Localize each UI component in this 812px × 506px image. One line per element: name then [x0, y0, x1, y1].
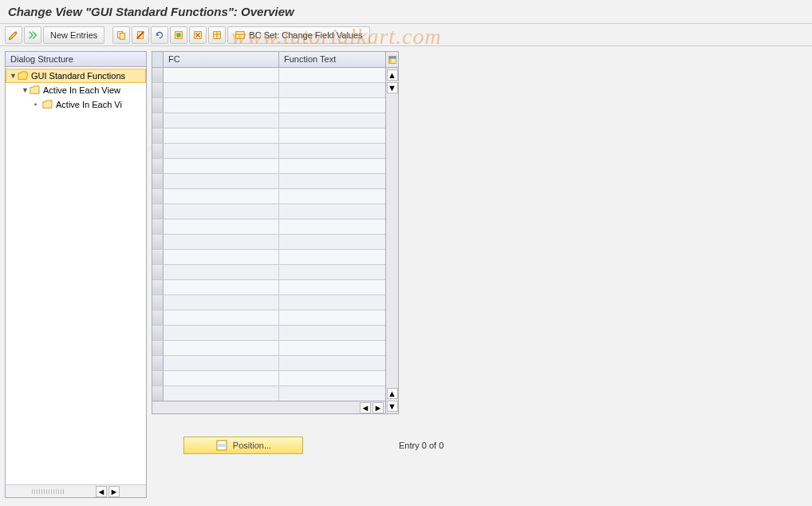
table-row[interactable]: [152, 310, 385, 326]
cell-fc[interactable]: [164, 113, 279, 128]
cell-fc[interactable]: [164, 144, 279, 158]
vscroll-up2-icon[interactable]: ▲: [387, 388, 398, 399]
table-row[interactable]: [152, 326, 385, 341]
bc-set-button[interactable]: BC Set: Change Field Values: [227, 26, 369, 44]
cell-function-text[interactable]: [279, 174, 381, 188]
vscroll-down-icon[interactable]: ▼: [387, 82, 398, 93]
cell-fc[interactable]: [164, 219, 279, 234]
cell-function-text[interactable]: [279, 83, 381, 97]
deselect-all-icon[interactable]: [189, 26, 207, 44]
cell-fc[interactable]: [164, 326, 279, 340]
cell-fc[interactable]: [164, 159, 279, 173]
table-row[interactable]: [152, 83, 385, 98]
row-handle[interactable]: [152, 113, 164, 128]
cell-fc[interactable]: [164, 174, 279, 188]
cell-fc[interactable]: [164, 250, 279, 264]
row-handle[interactable]: [152, 144, 164, 158]
table-row[interactable]: [152, 341, 385, 356]
configure-columns-icon[interactable]: [386, 52, 398, 68]
cell-fc[interactable]: [164, 280, 279, 295]
cell-function-text[interactable]: [279, 280, 381, 295]
hscroll-left-icon[interactable]: ◄: [360, 402, 371, 413]
row-handle[interactable]: [152, 98, 164, 113]
cell-function-text[interactable]: [279, 98, 381, 113]
horizontal-scrollbar[interactable]: ◄ ►: [152, 401, 385, 413]
row-handle[interactable]: [152, 265, 164, 279]
cell-function-text[interactable]: [279, 250, 381, 264]
cell-fc[interactable]: [164, 98, 279, 113]
table-row[interactable]: [152, 159, 385, 174]
cell-fc[interactable]: [164, 310, 279, 325]
tree-item[interactable]: ▼Active In Each View: [6, 83, 146, 97]
cell-fc[interactable]: [164, 235, 279, 249]
table-row[interactable]: [152, 98, 385, 113]
cell-fc[interactable]: [164, 371, 279, 385]
row-handle[interactable]: [152, 219, 164, 234]
row-handle[interactable]: [152, 295, 164, 310]
cell-function-text[interactable]: [279, 235, 381, 249]
column-header-function-text[interactable]: Function Text: [279, 52, 381, 67]
row-handle[interactable]: [152, 83, 164, 97]
table-row[interactable]: [152, 113, 385, 128]
row-handle[interactable]: [152, 68, 164, 82]
sidebar-grip[interactable]: [32, 489, 64, 494]
select-all-icon[interactable]: [170, 26, 187, 44]
table-row[interactable]: [152, 204, 385, 219]
row-handle[interactable]: [152, 159, 164, 173]
table-row[interactable]: [152, 68, 385, 83]
table-row[interactable]: [152, 386, 385, 401]
tree-item[interactable]: •Active In Each Vi: [6, 97, 146, 112]
sidebar-scroll-right-icon[interactable]: ►: [108, 486, 120, 497]
row-handle[interactable]: [152, 371, 164, 385]
cell-fc[interactable]: [164, 265, 279, 279]
table-row[interactable]: [152, 174, 385, 189]
cell-function-text[interactable]: [279, 204, 381, 219]
sidebar-scroll-left-icon[interactable]: ◄: [96, 486, 107, 497]
cell-fc[interactable]: [164, 295, 279, 310]
cell-fc[interactable]: [164, 189, 279, 204]
row-handle[interactable]: [152, 204, 164, 219]
chevron-down-icon[interactable]: ▼: [22, 86, 30, 94]
table-row[interactable]: [152, 128, 385, 144]
table-row[interactable]: [152, 295, 385, 310]
toggle-change-icon[interactable]: [5, 26, 22, 44]
row-handle[interactable]: [152, 235, 164, 249]
new-entries-button[interactable]: New Entries: [43, 26, 104, 44]
row-handle[interactable]: [152, 386, 164, 401]
vscroll-up-icon[interactable]: ▲: [387, 69, 398, 81]
row-handle[interactable]: [152, 280, 164, 295]
cell-fc[interactable]: [164, 386, 279, 401]
table-row[interactable]: [152, 356, 385, 371]
tree-item[interactable]: ▼GUI Standard Functions: [6, 69, 146, 83]
table-select-icon[interactable]: [208, 26, 226, 44]
table-row[interactable]: [152, 219, 385, 235]
row-handle[interactable]: [152, 326, 164, 340]
vertical-scrollbar[interactable]: ▲ ▼ ▲ ▼: [385, 52, 398, 413]
cell-function-text[interactable]: [279, 159, 381, 173]
cell-function-text[interactable]: [279, 356, 381, 370]
cell-function-text[interactable]: [279, 326, 381, 340]
cell-function-text[interactable]: [279, 113, 381, 128]
table-row[interactable]: [152, 280, 385, 295]
bullet-icon[interactable]: •: [34, 101, 42, 109]
cell-fc[interactable]: [164, 341, 279, 355]
cell-fc[interactable]: [164, 83, 279, 97]
cell-function-text[interactable]: [279, 341, 381, 355]
row-handle[interactable]: [152, 128, 164, 143]
column-header-fc[interactable]: FC: [164, 52, 279, 67]
cell-function-text[interactable]: [279, 189, 381, 204]
row-handle[interactable]: [152, 356, 164, 370]
cell-fc[interactable]: [164, 68, 279, 82]
cell-fc[interactable]: [164, 128, 279, 143]
chevron-down-icon[interactable]: ▼: [10, 72, 18, 80]
position-button[interactable]: Position...: [183, 437, 303, 454]
row-handle[interactable]: [152, 250, 164, 264]
cell-function-text[interactable]: [279, 386, 381, 401]
copy-icon[interactable]: [112, 26, 130, 44]
cell-function-text[interactable]: [279, 295, 381, 310]
cell-function-text[interactable]: [279, 265, 381, 279]
cell-function-text[interactable]: [279, 68, 381, 82]
table-row[interactable]: [152, 371, 385, 386]
row-handle[interactable]: [152, 341, 164, 355]
cell-function-text[interactable]: [279, 128, 381, 143]
